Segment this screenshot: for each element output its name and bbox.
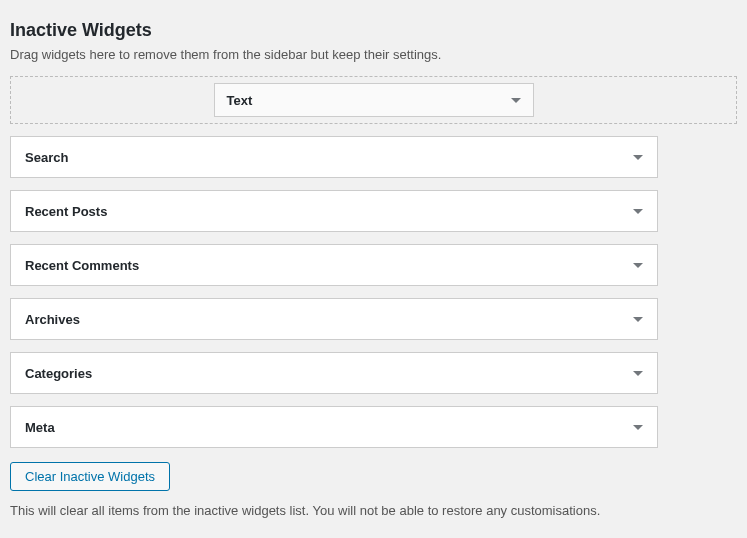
widget-item-categories[interactable]: Categories	[10, 352, 658, 394]
widget-item-label: Recent Comments	[25, 258, 139, 273]
widget-item-archives[interactable]: Archives	[10, 298, 658, 340]
clear-inactive-widgets-button[interactable]: Clear Inactive Widgets	[10, 462, 170, 491]
drag-widget-text[interactable]: Text	[214, 83, 534, 117]
chevron-down-icon	[633, 209, 643, 214]
widget-item-label: Recent Posts	[25, 204, 107, 219]
chevron-down-icon	[633, 371, 643, 376]
widget-item-meta[interactable]: Meta	[10, 406, 658, 448]
section-description: Drag widgets here to remove them from th…	[10, 47, 737, 62]
chevron-down-icon	[511, 98, 521, 103]
drag-widget-label: Text	[227, 93, 253, 108]
widget-list: Search Recent Posts Recent Comments Arch…	[10, 136, 737, 448]
widget-item-label: Search	[25, 150, 68, 165]
widget-item-label: Meta	[25, 420, 55, 435]
widget-item-search[interactable]: Search	[10, 136, 658, 178]
chevron-down-icon	[633, 317, 643, 322]
widget-item-label: Categories	[25, 366, 92, 381]
chevron-down-icon	[633, 263, 643, 268]
section-title: Inactive Widgets	[10, 20, 737, 41]
chevron-down-icon	[633, 425, 643, 430]
chevron-down-icon	[633, 155, 643, 160]
widget-item-label: Archives	[25, 312, 80, 327]
widget-item-recent-comments[interactable]: Recent Comments	[10, 244, 658, 286]
widget-item-recent-posts[interactable]: Recent Posts	[10, 190, 658, 232]
footer-note: This will clear all items from the inact…	[10, 503, 737, 518]
drop-zone[interactable]: Text	[10, 76, 737, 124]
